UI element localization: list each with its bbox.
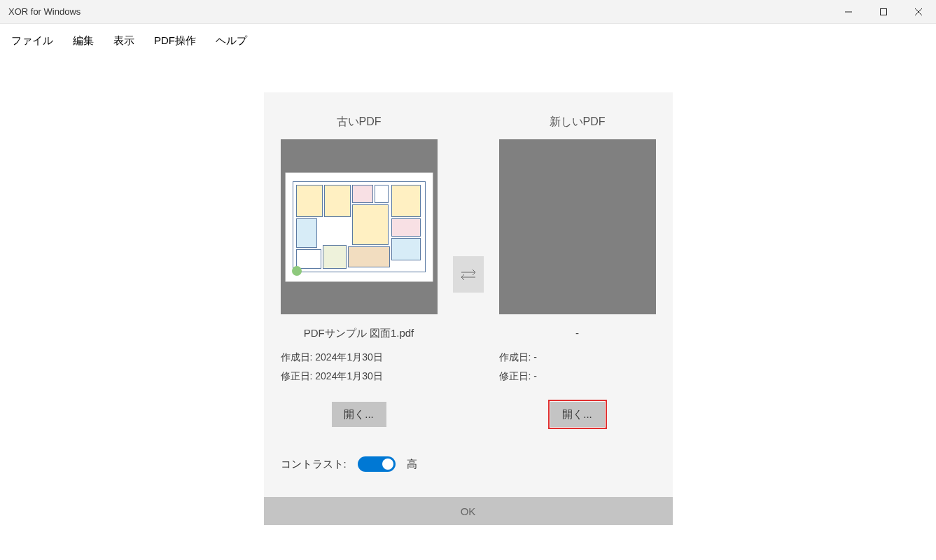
- old-modified-label: 修正日:: [281, 370, 313, 382]
- compare-dialog: 古いPDF PDFサンプル 図面1.pdf 作成日: 2024年1月30日: [264, 92, 673, 525]
- contrast-label: コントラスト:: [281, 458, 347, 471]
- contrast-toggle[interactable]: [358, 456, 396, 472]
- old-created-value: 2024年1月30日: [315, 351, 383, 363]
- old-pdf-metadata: 作成日: 2024年1月30日 修正日: 2024年1月30日: [281, 348, 383, 385]
- window-title: XOR for Windows: [8, 6, 81, 17]
- toggle-knob: [382, 458, 393, 470]
- menu-view[interactable]: 表示: [104, 29, 144, 53]
- swap-icon: [459, 267, 477, 281]
- menu-help[interactable]: ヘルプ: [206, 29, 257, 53]
- new-pdf-column: 新しいPDF - 作成日: - 修正日: - 開く...: [499, 115, 656, 427]
- window-controls: [831, 0, 936, 24]
- new-pdf-metadata: 作成日: - 修正日: -: [499, 348, 537, 385]
- old-pdf-thumbnail[interactable]: [281, 139, 438, 314]
- maximize-button[interactable]: [866, 0, 901, 24]
- menu-pdf[interactable]: PDF操作: [144, 29, 206, 53]
- minimize-icon: [844, 8, 853, 16]
- new-created-row: 作成日: -: [499, 348, 537, 367]
- new-pdf-heading: 新しいPDF: [550, 115, 606, 130]
- new-modified-label: 修正日:: [499, 370, 531, 382]
- old-pdf-page-preview: [286, 173, 433, 281]
- contrast-value: 高: [407, 458, 417, 471]
- menu-edit[interactable]: 編集: [63, 29, 104, 53]
- new-created-label: 作成日:: [499, 351, 531, 363]
- pdf-compare-row: 古いPDF PDFサンプル 図面1.pdf 作成日: 2024年1月30日: [281, 115, 656, 427]
- maximize-icon: [879, 8, 888, 16]
- old-modified-value: 2024年1月30日: [315, 370, 383, 382]
- floorplan-preview: [293, 181, 426, 272]
- new-modified-value: -: [533, 370, 537, 382]
- new-pdf-filename: -: [575, 327, 579, 341]
- old-open-button[interactable]: 開く...: [332, 402, 386, 427]
- svg-rect-1: [881, 9, 887, 15]
- old-pdf-heading: 古いPDF: [337, 115, 382, 130]
- swap-button[interactable]: [453, 256, 484, 293]
- close-icon: [914, 8, 923, 16]
- contrast-row: コントラスト: 高: [281, 456, 656, 472]
- new-open-button[interactable]: 開く...: [550, 402, 605, 427]
- menubar: ファイル 編集 表示 PDF操作 ヘルプ: [0, 24, 936, 57]
- new-pdf-thumbnail[interactable]: [499, 139, 656, 314]
- old-pdf-filename: PDFサンプル 図面1.pdf: [304, 327, 414, 341]
- new-created-value: -: [533, 351, 537, 363]
- titlebar: XOR for Windows: [0, 0, 936, 24]
- old-modified-row: 修正日: 2024年1月30日: [281, 367, 383, 386]
- menu-file[interactable]: ファイル: [1, 29, 63, 53]
- new-modified-row: 修正日: -: [499, 367, 537, 386]
- old-created-row: 作成日: 2024年1月30日: [281, 348, 383, 367]
- old-pdf-column: 古いPDF PDFサンプル 図面1.pdf 作成日: 2024年1月30日: [281, 115, 438, 427]
- close-button[interactable]: [901, 0, 936, 24]
- ok-button[interactable]: OK: [264, 497, 673, 525]
- minimize-button[interactable]: [831, 0, 866, 24]
- old-created-label: 作成日:: [281, 351, 313, 363]
